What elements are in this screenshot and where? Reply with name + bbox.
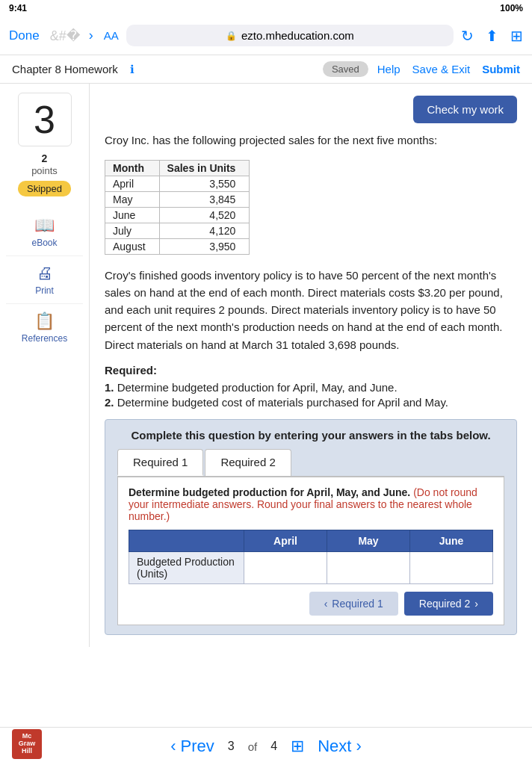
answer-row-label: Budgeted Production (Units) (129, 551, 244, 583)
sales-month: August (105, 238, 160, 254)
status-bar: 9:41 100% (0, 0, 532, 16)
tab-bar: Required 1 Required 2 (117, 449, 504, 477)
question-number: 3 (34, 97, 55, 142)
may-input[interactable] (335, 560, 402, 575)
answer-col-april: April (244, 530, 327, 551)
june-input[interactable] (418, 560, 485, 575)
sales-units: 3,950 (159, 238, 250, 254)
reload-icon[interactable]: ↻ (461, 27, 474, 45)
april-input[interactable] (252, 560, 319, 575)
done-button[interactable]: Done (9, 28, 40, 43)
required-item-1: 1. Determine budgeted production for Apr… (105, 381, 517, 394)
help-button[interactable]: Help (377, 63, 400, 75)
sales-col-units: Sales in Units (159, 160, 250, 176)
references-label: References (22, 333, 67, 344)
answer-row-production: Budgeted Production (Units) (129, 551, 493, 583)
top-nav: Chapter 8 Homework ℹ Saved Help Save & E… (0, 55, 532, 84)
aa-button[interactable]: AA (104, 29, 119, 42)
complete-box-title: Complete this question by entering your … (117, 429, 504, 442)
tab-required-1[interactable]: Required 1 (117, 449, 203, 476)
req-back-label: Required 1 (332, 598, 383, 610)
ebook-label: eBook (31, 238, 57, 248)
sales-month: April (105, 176, 160, 191)
info-icon[interactable]: ℹ (130, 63, 134, 76)
complete-question-box: Complete this question by entering your … (105, 419, 517, 635)
required-item-2: 2. Determine budgeted cost of materials … (105, 396, 517, 409)
description-text: Croy's finished goods inventory policy i… (105, 267, 517, 353)
next-chevron-icon: › (474, 598, 478, 610)
sales-units: 4,520 (159, 207, 250, 223)
bottom-nav: Mc Graw Hill ‹ Prev 3 of 4 ⊞ Next › (0, 727, 532, 765)
tab-navigation: ‹ Required 1 Required 2 › (129, 592, 493, 616)
print-icon: 🖨 (37, 264, 53, 283)
grid-icon[interactable]: ⊞ (291, 737, 304, 756)
answer-cell-may[interactable] (327, 551, 410, 583)
mcgraw-hill-logo: Mc Graw Hill (12, 729, 42, 759)
prev-button[interactable]: ‹ Prev (170, 737, 214, 756)
ebook-icon: 📖 (34, 216, 55, 235)
references-tool[interactable]: 📋 References (6, 304, 83, 351)
skipped-badge: Skipped (18, 181, 71, 196)
sales-table: Month Sales in Units April3,550May3,845J… (105, 160, 250, 255)
sales-month: June (105, 207, 160, 223)
required-header: Required: (105, 364, 517, 377)
sales-units: 3,550 (159, 176, 250, 191)
sales-units: 3,845 (159, 191, 250, 207)
tab-instruction: Determine budgeted production for April,… (129, 486, 493, 522)
page-current: 3 (228, 740, 235, 753)
browser-actions: ↻ ⬆ ⊞ (461, 27, 523, 45)
tab-instruction-bold: Determine budgeted production for April,… (129, 486, 410, 498)
sales-units: 4,120 (159, 223, 250, 238)
print-label: Print (35, 285, 54, 296)
points-label: points (31, 165, 58, 176)
forward-arrow[interactable]: › (86, 26, 96, 46)
sales-month: July (105, 223, 160, 238)
next-button[interactable]: Next › (318, 737, 362, 756)
sidebar: 3 2 points Skipped 📖 eBook 🖨 Print 📋 Ref… (0, 84, 90, 647)
tab-content: Determine budgeted production for April,… (117, 477, 504, 625)
sales-row: May3,845 (105, 191, 250, 207)
prev-label: Prev (181, 737, 214, 755)
references-icon: 📋 (34, 312, 55, 331)
submit-button[interactable]: Submit (482, 63, 520, 75)
saved-badge: Saved (323, 61, 368, 77)
req-num-1: 1. (105, 381, 114, 394)
sales-col-month: Month (105, 160, 160, 176)
req-text-1: Determine budgeted production for April,… (117, 381, 398, 394)
share-icon[interactable]: ⬆ (486, 27, 498, 45)
page-total: 4 (270, 740, 277, 753)
status-time: 9:41 (9, 3, 27, 13)
url-bar[interactable]: 🔒 ezto.mheducation.com (126, 25, 454, 46)
main-content: Check my work Croy Inc. has the followin… (90, 84, 532, 647)
answer-cell-april[interactable] (244, 551, 327, 583)
sales-row: August3,950 (105, 238, 250, 254)
ebook-tool[interactable]: 📖 eBook (6, 208, 83, 256)
tab-required-2[interactable]: Required 2 (205, 449, 291, 476)
required-1-back-button[interactable]: ‹ Required 1 (309, 592, 398, 616)
sales-row: April3,550 (105, 176, 250, 191)
nav-arrows: &#� › (47, 26, 96, 46)
next-label: Next (318, 737, 351, 755)
points-value: 2 (42, 152, 48, 165)
answer-col-label (129, 530, 244, 551)
answer-cell-june[interactable] (410, 551, 493, 583)
chapter-title: Chapter 8 Homework (12, 63, 118, 75)
required-2-next-button[interactable]: Required 2 › (404, 592, 493, 616)
answer-col-june: June (410, 530, 493, 551)
back-chevron-icon: ‹ (324, 598, 328, 610)
answer-col-may: May (327, 530, 410, 551)
url-text: ezto.mheducation.com (241, 29, 354, 42)
lock-icon: 🔒 (226, 31, 237, 41)
print-tool[interactable]: 🖨 Print (6, 256, 83, 304)
req-text-2: Determine budgeted cost of materials pur… (117, 396, 448, 409)
save-exit-button[interactable]: Save & Exit (412, 63, 471, 75)
question-number-box: 3 (18, 93, 72, 146)
check-my-work-button[interactable]: Check my work (413, 96, 517, 123)
browser-bar: Done &#� › AA 🔒 ezto.mheducation.com ↻ ⬆… (0, 16, 532, 55)
sales-row: July4,120 (105, 223, 250, 238)
bottom-pager: ‹ Prev 3 of 4 ⊞ Next › (170, 737, 362, 756)
page-of: of (248, 740, 258, 753)
top-nav-actions: Help Save & Exit Submit (377, 63, 520, 75)
bookmark-icon[interactable]: ⊞ (510, 27, 523, 45)
back-arrow[interactable]: &#� (47, 26, 83, 46)
